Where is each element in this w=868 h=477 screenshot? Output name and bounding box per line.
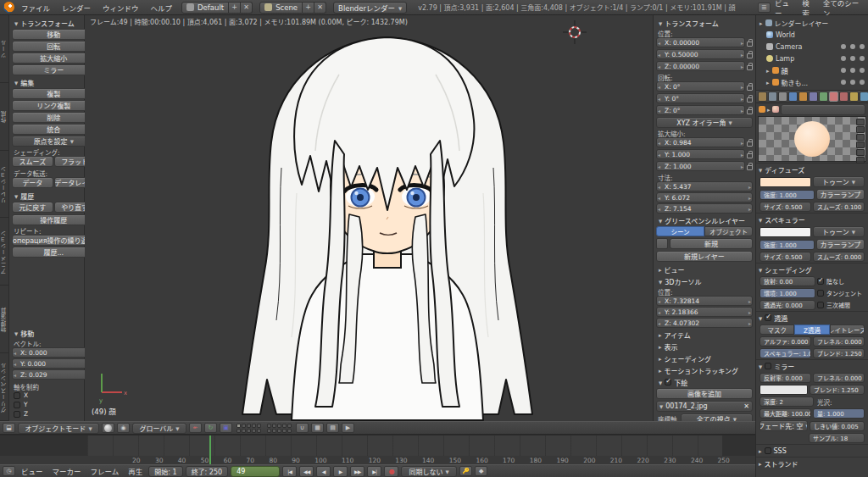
repeat-last-button[interactable]: операция操作の繰り返し	[12, 235, 95, 246]
delete-scene-button[interactable]: ✕	[314, 2, 326, 14]
rotate-button[interactable]: 回転	[12, 41, 95, 52]
panel-header-item[interactable]: アイテム	[656, 329, 753, 341]
remove-image-icon[interactable]: ✕	[743, 402, 749, 410]
rotation-z-field[interactable]: Z: 0°	[656, 105, 745, 115]
gloss-amount-slider[interactable]: 量: 1.000	[813, 408, 865, 419]
checkbox-icon[interactable]	[817, 302, 824, 308]
menu-file[interactable]: ファイル	[16, 0, 55, 14]
diffuse-intensity-slider[interactable]: 強度: 1.000	[760, 190, 815, 200]
diffuse-shader-dropdown[interactable]: トゥーン	[813, 176, 865, 187]
preview-type-buttons[interactable]	[856, 119, 865, 164]
panel-header-transparency[interactable]: 透過	[756, 312, 868, 324]
location-x-field[interactable]: X: 0.00000	[656, 37, 745, 47]
tool-shelf-tab[interactable]: リレーション	[0, 151, 8, 219]
selectability-icon[interactable]	[850, 44, 855, 49]
set-origin-dropdown[interactable]: 原点を設定	[12, 136, 95, 147]
specular-intensity-slider[interactable]: 強度: 1.000	[760, 240, 815, 250]
specular-size-field[interactable]: サイズ: 0.500	[760, 252, 811, 262]
tab-object-icon[interactable]	[798, 92, 808, 102]
mode-dropdown[interactable]: オブジェクトモード	[18, 423, 99, 434]
visibility-icon[interactable]	[841, 44, 846, 49]
data-transfer-button[interactable]: データ	[12, 177, 53, 188]
add-scene-button[interactable]: +	[303, 2, 314, 14]
panel-header-specular[interactable]: スペキュラー	[756, 214, 868, 225]
location-y-field[interactable]: Y: 0.50000	[656, 49, 745, 59]
keying-set-icon[interactable]: 🔑	[459, 466, 472, 476]
manipulator-rotate-icon[interactable]: ↻	[204, 423, 217, 433]
lock-icon[interactable]	[747, 42, 753, 47]
record-button[interactable]: ●	[384, 466, 398, 477]
visibility-icon[interactable]	[841, 80, 846, 85]
outliner-display-mode[interactable]: 全てのシーン	[820, 0, 865, 14]
visibility-icon[interactable]	[841, 68, 846, 73]
lock-icon[interactable]	[747, 109, 753, 114]
transparency-mask-tab[interactable]: マスク	[760, 324, 794, 335]
selectability-icon[interactable]	[850, 80, 855, 85]
background-enabled-checkbox[interactable]	[665, 379, 671, 385]
tab-physics-icon[interactable]	[860, 92, 868, 102]
blend-field[interactable]: ブレンド: 1.250	[813, 348, 865, 358]
outliner-row-world[interactable]: World	[756, 29, 868, 41]
transparency-enabled-checkbox[interactable]	[765, 314, 771, 321]
jump-to-end-button[interactable]: ▶|	[367, 466, 381, 477]
renderability-icon[interactable]	[860, 80, 865, 85]
gp-new-button[interactable]: 新規	[670, 238, 753, 249]
panel-header-mirror[interactable]: ミラー	[756, 360, 868, 372]
cubic-interpolation-toggle[interactable]: 三次補間	[817, 301, 865, 309]
timeline-menu-marker[interactable]: マーカー	[49, 465, 85, 477]
outliner-row-lamp[interactable]: Lamp	[756, 53, 868, 64]
renderability-icon[interactable]	[860, 56, 865, 61]
delete-layout-button[interactable]: ✕	[241, 2, 253, 14]
panel-header-diffuse[interactable]: ディフューズ	[756, 164, 868, 175]
timeline-menu-frame[interactable]: フレーム	[87, 465, 123, 477]
panel-header-history[interactable]: 履歴	[12, 190, 95, 202]
mirror-depth-field[interactable]: 深度: 2	[760, 397, 814, 407]
gloss-threshold-field[interactable]: しきい値: 0.005	[810, 421, 865, 431]
transparency-ztransp-tab[interactable]: Z透過	[794, 324, 829, 335]
duplicate-button[interactable]: 複製	[12, 88, 95, 99]
fade-to-dropdown[interactable]: フェード先: 空	[760, 420, 808, 431]
pivot-point-dropdown[interactable]: ◉	[117, 423, 130, 433]
gp-scene-tab[interactable]: シーン	[656, 226, 704, 236]
specular-shader-dropdown[interactable]: トゥーン	[813, 226, 865, 237]
scale-x-field[interactable]: X: 0.984	[656, 137, 745, 147]
mirror-fresnel-field[interactable]: フレネル: 0.000	[813, 373, 865, 383]
start-frame-field[interactable]: 開始: 1	[148, 466, 182, 477]
panel-header-shading[interactable]: シェーディング	[756, 263, 868, 275]
shadeless-toggle[interactable]: 陰なし	[817, 277, 865, 286]
background-image-entry[interactable]: 00174_2.jpg ✕	[656, 401, 753, 412]
shade-smooth-button[interactable]: スムーズ	[12, 156, 53, 167]
outliner-row-face[interactable]: 顔	[756, 64, 868, 76]
play-reverse-button[interactable]: ◀	[316, 466, 331, 477]
panel-header-view[interactable]: ビュー	[656, 263, 753, 275]
tab-object-data-icon[interactable]	[819, 92, 828, 102]
mirror-enabled-checkbox[interactable]	[765, 363, 771, 369]
emit-field[interactable]: 放射: 0.00	[760, 276, 815, 286]
outliner-row-renderlayers[interactable]: レンダーレイヤー	[756, 17, 868, 29]
screen-layout-selector[interactable]: Default + ✕	[181, 2, 253, 14]
render-engine-selector[interactable]: Blenderレンダー	[333, 2, 407, 14]
timeline-playhead[interactable]	[209, 435, 211, 464]
tangent-shading-toggle[interactable]: タンジェント	[817, 289, 865, 297]
timeline-menu-view[interactable]: ビュー	[18, 465, 47, 477]
move-z-field[interactable]: Z: 0.029	[12, 369, 95, 380]
tab-render-icon[interactable]	[758, 92, 767, 102]
tool-shelf-tab[interactable]: 物理演算	[0, 286, 8, 353]
checkbox-icon[interactable]	[817, 290, 824, 297]
constraint-y-toggle[interactable]: Y	[12, 400, 95, 409]
alpha-slider[interactable]: アルファ: 0.000	[760, 336, 811, 347]
specular-ramp-button[interactable]: カラーランプ	[816, 239, 865, 250]
constraint-z-toggle[interactable]: Z	[12, 409, 95, 419]
jump-prev-keyframe-button[interactable]: ◀◀	[299, 466, 314, 477]
lock-icon[interactable]	[747, 86, 753, 91]
delete-button[interactable]: 削除	[12, 112, 95, 123]
visibility-icon[interactable]	[841, 56, 846, 61]
snap-element-dropdown[interactable]: ▦	[311, 423, 324, 433]
panel-header-3d-cursor[interactable]: 3Dカーソル	[656, 275, 753, 287]
selectability-icon[interactable]	[850, 56, 855, 61]
cursor-y-field[interactable]: Y: 2.18366	[656, 307, 753, 317]
rotation-y-field[interactable]: Y: 0°	[656, 93, 745, 103]
tool-shelf-tab[interactable]: アニメーション	[0, 218, 8, 286]
scale-button[interactable]: 拡大縮小	[12, 53, 95, 64]
tab-world-icon[interactable]	[788, 92, 798, 102]
